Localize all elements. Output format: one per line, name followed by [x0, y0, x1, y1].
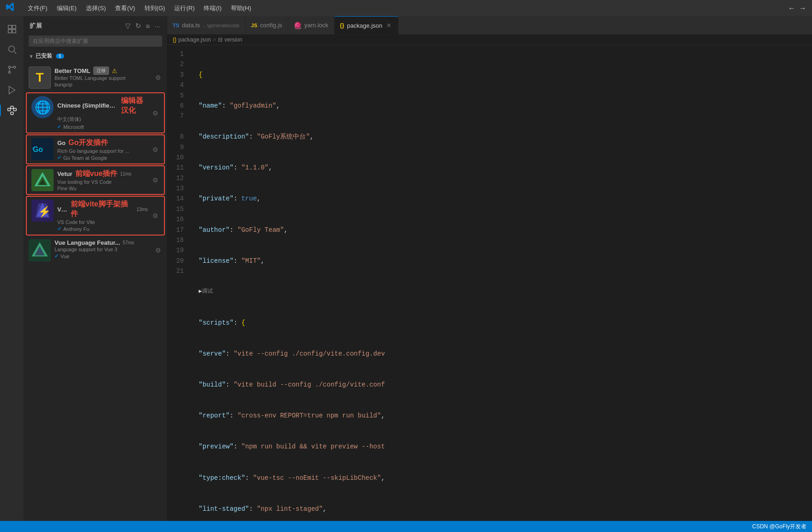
svg-rect-0 [8, 25, 11, 29]
menu-file[interactable]: 文件(F) [24, 3, 51, 13]
menu-terminal[interactable]: 终端(I) [200, 3, 225, 13]
svg-rect-1 [12, 25, 15, 29]
chinese-annotation: 编辑器汉化 [121, 96, 148, 115]
svg-point-4 [8, 46, 14, 52]
code-editor[interactable]: 1 2 3 4 5 6 7 8 9 10 11 12 13 14 15 16 1… [167, 45, 812, 521]
code-line-9: "serve": "vite --config ./config/vite.co… [199, 349, 805, 359]
line-numbers: 1 2 3 4 5 6 7 8 9 10 11 12 13 14 15 16 1… [167, 45, 191, 521]
nav-back[interactable]: ← [788, 4, 795, 12]
chinese-author: Microsoft [63, 124, 84, 130]
package-json-close-icon[interactable]: ✕ [385, 22, 393, 29]
svg-point-8 [8, 71, 11, 73]
menu-run[interactable]: 运行(R) [170, 3, 198, 13]
vite-info: Vite 前端vite脚手架插件 13ms VS Code for Vite ✔… [57, 200, 148, 232]
activity-bar [0, 16, 24, 521]
activity-run-debug[interactable] [3, 81, 21, 99]
extension-item-vue-language[interactable]: Vue Language Featur... 57ms Language sup… [24, 236, 167, 264]
menu-edit[interactable]: 编辑(E) [53, 3, 80, 13]
vue-language-name: Vue Language Featur... [55, 239, 120, 246]
activity-explorer[interactable] [3, 20, 21, 38]
better-toml-desc: Better TOML Language support [55, 75, 151, 81]
vue-language-info: Vue Language Featur... 57ms Language sup… [55, 239, 151, 259]
extension-list: T Better TOML 迁移 ⚠ Better TOML Language … [24, 62, 167, 521]
data-ts-icon: TS [173, 23, 179, 28]
better-toml-name: Better TOML [55, 67, 91, 74]
chinese-desc: 中文(简体) [57, 116, 148, 123]
vetur-icon [31, 169, 54, 191]
better-toml-settings-icon[interactable]: ⚙ [154, 73, 162, 82]
installed-badge: 6 [56, 54, 64, 59]
svg-marker-9 [9, 86, 15, 94]
config-js-icon: JS [251, 23, 257, 28]
extension-item-better-toml[interactable]: T Better TOML 迁移 ⚠ Better TOML Language … [24, 64, 167, 91]
code-line-12: "preview": "npm run build && vite previe… [199, 441, 805, 452]
code-line-8: "scripts": { [199, 318, 805, 328]
menu-select[interactable]: 选择(S) [82, 3, 109, 13]
code-line-11: "report": "cross-env REPORT=true npm run… [199, 411, 805, 421]
svg-point-7 [13, 66, 16, 68]
vite-settings-icon[interactable]: ⚙ [151, 211, 159, 220]
installed-label: 已安装 [36, 52, 52, 60]
svg-text:⚡: ⚡ [38, 205, 51, 218]
warning-icon: ⚠ [112, 67, 117, 74]
code-content[interactable]: { "name": "goflyadmin", "description": "… [191, 45, 812, 521]
tab-package-json[interactable]: {} package.json ✕ [334, 16, 399, 34]
installed-section-header[interactable]: ▼ 已安装 6 [24, 50, 167, 62]
code-line-14: "lint-staged": "npx lint-staged", [199, 504, 805, 514]
chinese-settings-icon[interactable]: ⚙ [151, 109, 159, 118]
code-line-3: "description": "GoFly系统中台", [199, 132, 805, 142]
extension-search-input[interactable] [29, 36, 162, 47]
tab-yarn-lock[interactable]: 🧶 yarn.lock [288, 16, 334, 34]
tab-data-ts-path: ...\generatecode [203, 23, 240, 28]
status-bar: CSDN @GoFly开发者 [0, 521, 812, 532]
menu-bar[interactable]: 文件(F) 编辑(E) 选择(S) 查看(V) 转到(G) 运行(R) 终端(I… [24, 3, 255, 13]
better-toml-migrate-badge[interactable]: 迁移 [93, 66, 109, 75]
tab-data-ts[interactable]: TS data.ts ...\generatecode [167, 16, 246, 34]
menu-goto[interactable]: 转到(G) [141, 3, 169, 13]
activity-extensions[interactable] [3, 101, 21, 120]
breadcrumb-node[interactable]: version [224, 36, 242, 43]
go-settings-icon[interactable]: ⚙ [151, 145, 159, 154]
more-icon[interactable]: ··· [153, 21, 161, 31]
svg-rect-11 [11, 106, 13, 109]
better-toml-info: Better TOML 迁移 ⚠ Better TOML Language su… [55, 66, 151, 87]
breadcrumb-file[interactable]: package.json [178, 36, 211, 43]
go-name: Go [57, 139, 66, 146]
breadcrumb: {} package.json > ⊟ version [167, 35, 812, 45]
filter-icon[interactable]: ▽ [124, 21, 132, 31]
extension-item-go[interactable]: Go Go Go开发插件 Rich Go language support fo… [26, 134, 165, 164]
nav-forward[interactable]: → [799, 4, 806, 12]
vue-language-icon [29, 239, 51, 261]
activity-source-control[interactable] [3, 60, 21, 79]
svg-rect-3 [12, 30, 15, 33]
installed-chevron: ▼ [29, 54, 34, 59]
main-layout: 扩展 ▽ ↻ ≡ ··· ▼ 已安装 6 T Better TOML 迁移 [0, 16, 812, 521]
vue-language-settings-icon[interactable]: ⚙ [154, 246, 162, 255]
breadcrumb-sep: > [213, 36, 216, 43]
menu-view[interactable]: 查看(V) [111, 3, 139, 13]
vite-verified-icon: ✔ [57, 226, 61, 232]
vetur-settings-icon[interactable]: ⚙ [151, 175, 159, 185]
list-icon[interactable]: ≡ [145, 21, 151, 31]
chinese-info: Chinese (Simplified) (简体中... 编辑器汉化 中文(简体… [57, 96, 148, 130]
refresh-icon[interactable]: ↻ [134, 21, 142, 31]
activity-search[interactable] [3, 40, 21, 59]
svg-rect-2 [8, 30, 11, 33]
code-line-10: "build": "vite build --config ./config/v… [199, 380, 805, 390]
vite-annotation: 前端vite脚手架插件 [71, 200, 133, 219]
menu-help[interactable]: 帮助(H) [227, 3, 255, 13]
code-line-1: { [199, 70, 805, 80]
vite-author: Anthony Fu [63, 226, 89, 232]
extension-item-vite[interactable]: ⚡ Vite 前端vite脚手架插件 13ms VS Code for Vite… [26, 196, 165, 236]
tab-yarn-lock-label: yarn.lock [304, 22, 328, 29]
extension-item-vetur[interactable]: Vetur 前端vue插件 11ms Vue tooling for VS Co… [26, 165, 165, 195]
vue-language-time: 57ms [123, 240, 134, 245]
svg-rect-10 [7, 108, 10, 111]
tab-config-js[interactable]: JS config.js [246, 16, 288, 34]
sidebar-actions: ▽ ↻ ≡ ··· [124, 21, 161, 31]
extension-item-chinese[interactable]: 🌐 Chinese (Simplified) (简体中... 编辑器汉化 中文(… [26, 92, 165, 133]
code-line-4: "version": "1.1.0", [199, 163, 805, 173]
vite-name: Vite [57, 206, 68, 213]
vite-icon: ⚡ [31, 200, 54, 222]
vite-time: 13ms [137, 207, 148, 212]
